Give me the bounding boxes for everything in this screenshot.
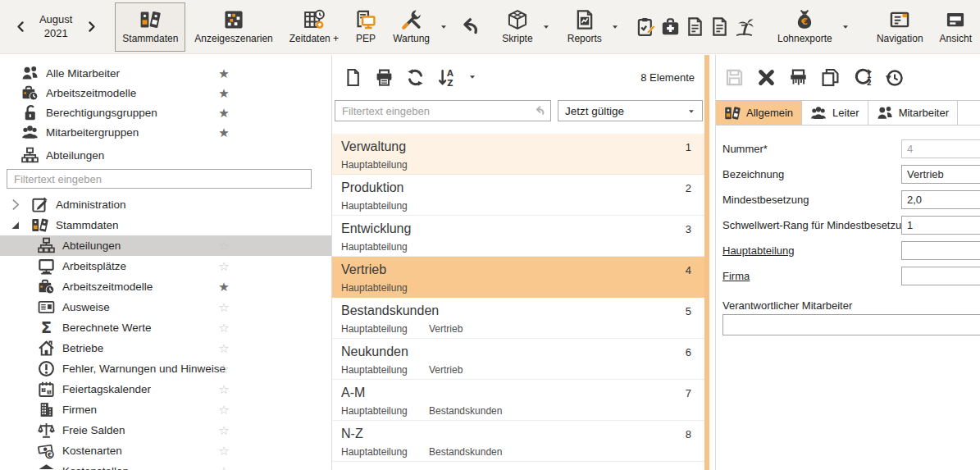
print-button[interactable]	[375, 68, 394, 87]
favorite-item-berechtigungsgruppen[interactable]: Berechtigungsgruppen★	[0, 103, 331, 122]
tree-star-icon[interactable]: ☆	[216, 342, 232, 354]
toolbar-button-lohnexporte[interactable]: €Lohnexporte	[770, 2, 840, 52]
field-input-mindestbesetzung[interactable]	[901, 190, 980, 209]
tree-item-fehler-warnungen-und-hinweise[interactable]: Fehler, Warnungen und Hinweise☆	[0, 358, 331, 379]
history-button[interactable]	[885, 68, 904, 87]
first-aid-button[interactable]	[659, 7, 683, 47]
favorite-star-icon[interactable]: ★	[216, 126, 232, 139]
clear-filter-icon[interactable]	[534, 105, 545, 116]
department-row-vertrieb[interactable]: VertriebHauptabteilung4	[332, 257, 704, 298]
expander-collapsed-icon[interactable]	[7, 196, 24, 213]
expander-expanded-icon[interactable]	[7, 217, 24, 234]
favorite-star-icon[interactable]: ★	[216, 67, 232, 80]
tree-item-administration[interactable]: Administration	[0, 194, 331, 215]
toolbar-button-navigation[interactable]: Navigation	[869, 2, 931, 52]
period-label[interactable]: August2021	[33, 13, 79, 41]
list-filter-input[interactable]	[335, 100, 551, 121]
toolbar-button-reports[interactable]: Reports	[560, 2, 609, 52]
delete-button[interactable]	[757, 68, 776, 87]
reports-caret[interactable]	[610, 7, 621, 47]
skripte-caret[interactable]	[541, 7, 552, 47]
next-period-button[interactable]	[79, 7, 103, 47]
toolbar-button-stammdaten[interactable]: Stammdaten	[115, 2, 185, 52]
department-row-n-z[interactable]: N-ZHauptabteilungBestandskunden8	[332, 421, 704, 462]
tree-star-icon[interactable]: ☆	[216, 424, 232, 436]
toolbar-button-ansicht[interactable]: Ansicht	[932, 2, 979, 52]
tree-star-icon[interactable]: ☆	[216, 383, 232, 395]
tree-star-icon[interactable]: ☆	[216, 363, 232, 375]
copy-button[interactable]	[821, 68, 840, 87]
field-input-schwellwert-rang-fur-mindestbesetzung[interactable]	[901, 216, 980, 235]
field-input-hauptabteilung[interactable]	[901, 241, 980, 260]
field-input-bezeichnung[interactable]	[901, 165, 980, 184]
tree-item-kostenstellen[interactable]: Kostenstellen☆	[0, 461, 331, 470]
department-row-bestandskunden[interactable]: BestandskundenHauptabteilungVertrieb5	[332, 298, 704, 339]
lohnexporte-caret[interactable]	[841, 7, 851, 47]
toolbar-button-pep[interactable]: PEP	[348, 2, 384, 52]
favorite-item-arbeitszeitmodelle[interactable]: Arbeitszeitmodelle★	[0, 83, 331, 103]
department-row-entwicklung[interactable]: EntwicklungHauptabteilung3	[332, 216, 704, 257]
tree-star-icon[interactable]: ☆	[216, 260, 232, 272]
toolbar-chevron[interactable]	[438, 7, 449, 47]
tree-item-kostenarten[interactable]: €Kostenarten☆	[0, 440, 331, 461]
favorite-star-icon[interactable]: ★	[216, 87, 232, 99]
form-row-firma: Firma	[722, 263, 980, 289]
tree-item-abteilungen[interactable]: Abteilungen☆	[0, 235, 331, 256]
tree-star-icon[interactable]: ☆	[216, 465, 232, 470]
sidebar-filter-input[interactable]	[7, 169, 312, 189]
tab-allgemein[interactable]: Allgemein	[716, 101, 802, 125]
svg-text:3: 3	[43, 388, 45, 392]
tree-item-arbeitszeitmodelle[interactable]: Arbeitszeitmodelle★	[0, 276, 331, 297]
validity-dropdown[interactable]: Jetzt gültige	[558, 100, 703, 121]
field-input-verantwortlicher-mitarbeiter[interactable]	[722, 314, 980, 335]
clipboard-check-button[interactable]	[634, 7, 659, 47]
link-label-hauptabteilung[interactable]: Hauptabteilung	[722, 244, 794, 257]
link-label-firma[interactable]: Firma	[722, 270, 750, 282]
favorite-item-mitarbeitergruppen[interactable]: Mitarbeitergruppen★	[0, 122, 331, 142]
favorite-item-alle-mitarbeiter[interactable]: Alle Mitarbeiter★	[0, 63, 331, 83]
tree-item-feiertagskalender[interactable]: 35Feiertagskalender☆	[0, 379, 331, 399]
new-entry-button[interactable]	[344, 68, 362, 87]
tree-item-firmen[interactable]: Firmen☆	[0, 399, 331, 420]
building-icon	[38, 401, 55, 418]
refresh-button[interactable]	[406, 68, 425, 87]
panel-splitter[interactable]	[704, 55, 709, 470]
toolbar-button-skripte[interactable]: Skripte	[495, 2, 540, 52]
users-icon	[877, 105, 893, 121]
tree-item-freie-salden[interactable]: Freie Salden☆	[0, 420, 331, 440]
department-row-neukunden[interactable]: NeukundenHauptabteilungVertrieb6	[332, 339, 704, 380]
tree-star-icon[interactable]: ☆	[216, 445, 232, 457]
sort-caret-button[interactable]	[468, 68, 476, 87]
tree-item-stammdaten[interactable]: Stammdaten	[0, 215, 331, 235]
field-input-firma[interactable]	[901, 267, 980, 285]
toolbar-button-wartung[interactable]: Wartung	[385, 2, 437, 52]
toolbar-button-anzeigeszenarien[interactable]: Anzeigeszenarien	[187, 2, 280, 52]
tree-star-icon[interactable]: ☆	[216, 322, 232, 334]
department-row-verwaltung[interactable]: VerwaltungHauptabteilung1	[332, 134, 704, 175]
department-row-a-m[interactable]: A-MHauptabteilungBestandskunden7	[332, 380, 704, 421]
document-2-button[interactable]	[708, 7, 732, 47]
renumber-button[interactable]: 12	[853, 68, 872, 87]
prev-period-button[interactable]	[8, 7, 33, 47]
favorite-item-abteilungen[interactable]: Abteilungen	[0, 145, 331, 165]
save-button[interactable]	[725, 68, 744, 87]
tree-star-icon[interactable]: ☆	[216, 240, 232, 252]
tree-star-icon[interactable]: ☆	[216, 301, 232, 313]
tree-item-arbeitsplatze[interactable]: Arbeitsplätze☆	[0, 256, 331, 276]
shred-button[interactable]	[789, 68, 808, 87]
tab-leiter[interactable]: Leiter	[802, 101, 868, 125]
tree-star-icon[interactable]: ☆	[216, 404, 232, 416]
tree-item-berechnete-werte[interactable]: ΣBerechnete Werte☆	[0, 317, 331, 338]
tab-mitarbeiter[interactable]: Mitarbeiter	[868, 101, 958, 125]
tree-item-betriebe[interactable]: Betriebe☆	[0, 338, 331, 358]
favorite-star-icon[interactable]: ★	[216, 107, 232, 119]
toolbar-button-zeitdaten[interactable]: Zeitdaten +	[282, 2, 346, 52]
sort-button[interactable]: AZ	[437, 68, 456, 87]
vacation-button[interactable]	[732, 7, 757, 47]
new-doc-icon	[344, 68, 362, 87]
tree-star-icon[interactable]: ★	[216, 281, 232, 293]
document-1-button[interactable]	[683, 7, 708, 47]
tree-item-ausweise[interactable]: Ausweise☆	[0, 297, 331, 317]
undo-button[interactable]	[457, 7, 481, 47]
department-row-produktion[interactable]: ProduktionHauptabteilung2	[332, 175, 704, 216]
